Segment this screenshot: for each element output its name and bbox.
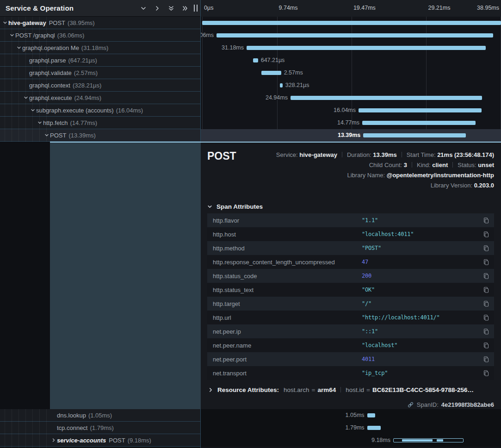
attribute-row[interactable]: net.peer.port4011 bbox=[207, 352, 494, 366]
span-tree-row[interactable]: tcp.connect(1.79ms) bbox=[0, 422, 200, 434]
gantt-row[interactable]: 31.18ms bbox=[201, 42, 501, 54]
gantt-row[interactable]: 36.06ms bbox=[201, 29, 501, 42]
span-bar[interactable] bbox=[261, 71, 281, 75]
span-tree-row[interactable]: service-accountsPOST(9.18ms) bbox=[0, 434, 200, 447]
copy-icon[interactable] bbox=[483, 273, 489, 280]
meta-divider bbox=[342, 152, 342, 157]
span-bar[interactable] bbox=[393, 438, 464, 442]
span-attributes-header[interactable]: Span Attributes bbox=[207, 203, 263, 210]
expand-one-icon[interactable] bbox=[154, 5, 161, 12]
collapse-one-icon[interactable] bbox=[140, 5, 147, 12]
attribute-row[interactable]: http.status_text"OK" bbox=[207, 283, 494, 297]
panel-resize-handle[interactable] bbox=[194, 5, 198, 12]
gantt-row[interactable]: 16.04ms bbox=[201, 104, 501, 117]
copy-icon[interactable] bbox=[483, 286, 489, 293]
gantt-row[interactable]: 1.79ms bbox=[201, 422, 501, 434]
chevron-right-icon bbox=[208, 387, 214, 392]
attribute-row[interactable]: http.method"POST" bbox=[207, 241, 494, 255]
copy-icon[interactable] bbox=[483, 245, 489, 252]
span-tree-row[interactable]: graphql.parse(647.21µs) bbox=[0, 54, 200, 67]
span-bar[interactable] bbox=[216, 33, 493, 37]
meta-divider bbox=[452, 162, 453, 168]
span-tree-row[interactable]: subgraph.execute (accounts)(16.04ms) bbox=[0, 104, 200, 117]
gantt-row[interactable]: 13.39ms bbox=[201, 129, 501, 142]
span-tree-row[interactable]: http.fetch(14.77ms) bbox=[0, 117, 200, 129]
attribute-value: "/" bbox=[362, 300, 371, 307]
span-bar[interactable] bbox=[367, 413, 375, 417]
span-operation-name: POST bbox=[109, 437, 125, 444]
copy-icon[interactable] bbox=[483, 328, 489, 335]
link-icon[interactable] bbox=[407, 401, 414, 408]
span-tree-row[interactable]: graphql.context(328.21µs) bbox=[0, 79, 200, 92]
chevron-right-icon[interactable] bbox=[51, 438, 57, 442]
chevron-down-icon[interactable] bbox=[10, 33, 15, 37]
span-detail-title: POST bbox=[207, 150, 236, 162]
span-service-name: hive-gateway bbox=[8, 19, 46, 26]
attribute-row[interactable]: http.flavor"1.1" bbox=[207, 213, 494, 227]
span-bar[interactable] bbox=[247, 46, 486, 50]
chevron-down-icon[interactable] bbox=[37, 120, 43, 125]
attribute-value: "http://localhost:4011/" bbox=[362, 314, 440, 321]
gantt-row[interactable]: 9.18ms bbox=[201, 434, 501, 447]
span-tree-row[interactable]: POST /graphql(36.06ms) bbox=[0, 29, 200, 42]
gantt-row[interactable]: 647.21µs bbox=[201, 54, 501, 67]
attribute-row[interactable]: http.target"/" bbox=[207, 297, 494, 311]
copy-icon[interactable] bbox=[483, 342, 489, 349]
collapse-all-icon[interactable] bbox=[168, 5, 174, 12]
span-operation-name: http.fetch bbox=[43, 119, 68, 126]
attribute-row[interactable]: net.peer.ip"::1" bbox=[207, 324, 494, 338]
span-bar[interactable] bbox=[359, 108, 482, 112]
copy-icon[interactable] bbox=[483, 259, 489, 266]
span-bar[interactable] bbox=[291, 96, 482, 100]
copy-icon[interactable] bbox=[483, 231, 489, 238]
span-bar[interactable] bbox=[363, 133, 466, 137]
copy-icon[interactable] bbox=[483, 370, 489, 377]
span-id-value: 4e21998f3b82abe6 bbox=[441, 401, 494, 408]
timeline-panel: 0µs9.74ms19.47ms29.21ms38.95ms 36.06ms31… bbox=[201, 0, 501, 448]
attribute-row[interactable]: net.peer.name"localhost" bbox=[207, 338, 494, 352]
copy-icon[interactable] bbox=[483, 217, 489, 224]
chevron-down-icon[interactable] bbox=[44, 133, 50, 137]
attribute-row[interactable]: http.url"http://localhost:4011/" bbox=[207, 311, 494, 324]
tree-panel-header: Service & Operation bbox=[0, 0, 200, 17]
chevron-down-icon[interactable] bbox=[24, 95, 29, 100]
attribute-row[interactable]: http.host"localhost:4011" bbox=[207, 227, 494, 241]
span-operation-name: POST bbox=[49, 19, 65, 26]
gantt-rows-bottom: 1.05ms1.79ms9.18ms bbox=[201, 409, 501, 447]
span-bar[interactable] bbox=[202, 21, 501, 25]
resource-value: BC62E13B-C4CC-5854-9788-256… bbox=[372, 386, 474, 393]
copy-icon[interactable] bbox=[483, 300, 489, 307]
span-tree-row[interactable]: POST(13.39ms) bbox=[0, 129, 200, 142]
chevron-down-icon[interactable] bbox=[3, 20, 8, 25]
detail-meta-line: Child Count: 3Kind: clientStatus: unset bbox=[276, 160, 494, 170]
span-bar[interactable] bbox=[253, 58, 258, 62]
span-tree-row[interactable]: graphql.validate(2.57ms) bbox=[0, 67, 200, 79]
span-tree-row[interactable]: graphql.operation Me(31.18ms) bbox=[0, 42, 200, 54]
span-bar[interactable] bbox=[280, 83, 282, 87]
attribute-row[interactable]: net.transport"ip_tcp" bbox=[207, 366, 494, 380]
copy-icon[interactable] bbox=[483, 314, 489, 321]
gantt-row[interactable]: 328.21µs bbox=[201, 79, 501, 92]
resource-key: host.id bbox=[346, 386, 364, 393]
gantt-row[interactable]: 14.77ms bbox=[201, 117, 501, 129]
expand-all-icon[interactable] bbox=[182, 5, 188, 12]
attribute-value: "OK" bbox=[362, 286, 375, 293]
span-tree-row[interactable]: graphql.execute(24.94ms) bbox=[0, 92, 200, 104]
gantt-row[interactable]: 1.05ms bbox=[201, 409, 501, 422]
span-bar[interactable] bbox=[362, 121, 476, 125]
copy-icon[interactable] bbox=[483, 356, 489, 363]
attribute-value: "POST" bbox=[362, 245, 381, 251]
span-duration: (38.95ms) bbox=[68, 19, 95, 26]
gantt-row[interactable]: 24.94ms bbox=[201, 92, 501, 104]
chevron-down-icon[interactable] bbox=[17, 45, 22, 50]
resource-attributes-row[interactable]: Resource Attributes: host.arch=arm64host… bbox=[208, 386, 494, 393]
attribute-row[interactable]: http.status_code200 bbox=[207, 269, 494, 283]
attribute-row[interactable]: http.response_content_length_uncompresse… bbox=[207, 255, 494, 269]
span-tree-row[interactable]: hive-gatewayPOST(38.95ms) bbox=[0, 17, 200, 29]
chevron-down-icon[interactable] bbox=[31, 108, 36, 112]
span-bar-duration-label: 647.21µs bbox=[261, 57, 285, 63]
gantt-row[interactable]: 2.57ms bbox=[201, 67, 501, 79]
span-bar[interactable] bbox=[367, 426, 381, 430]
gantt-row[interactable] bbox=[201, 17, 501, 29]
span-tree-row[interactable]: dns.lookup(1.05ms) bbox=[0, 409, 200, 422]
